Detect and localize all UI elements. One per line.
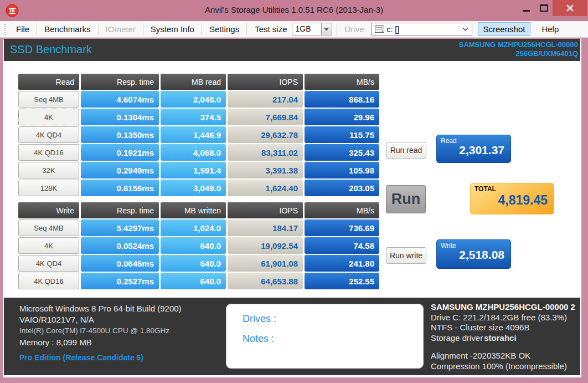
menu-benchmarks[interactable]: Benchmarks <box>38 23 96 36</box>
menu-file[interactable]: File <box>10 23 35 36</box>
mb-read-header-cell: MB read <box>161 74 226 90</box>
mb-written-header-cell: MB written <box>161 202 226 218</box>
mbs-value: 325.43 <box>305 144 379 161</box>
iops-header-cell: IOPS <box>228 202 303 218</box>
write-row-seq4mb: Seq 4MB 5.4297ms 1,024.0 184.17 736.69 <box>18 219 379 236</box>
mb-written-value: 640.0 <box>161 273 226 289</box>
mbs-value: 203.05 <box>305 180 379 196</box>
resp-time-value: 5.4297ms <box>81 219 159 236</box>
drive-compression: Compression 100% (Incompressible) <box>431 361 581 372</box>
read-row-32k: 32K 0.2949ms 1,591.4 3,391.38 105.98 <box>18 162 379 178</box>
read-row-128k: 128K 0.6156ms 3,049.0 1,624.40 203.05 <box>18 180 379 196</box>
resp-time-value: 0.0646ms <box>81 255 159 272</box>
machine-info: VAIO/R1021V7, N/A <box>19 315 94 324</box>
read-row-seq4mb: Seq 4MB 4.6074ms 2,048.0 217.04 868.16 <box>18 91 379 108</box>
os-info: Microsoft Windows 8 Pro 64-bit Build (92… <box>19 304 182 313</box>
resp-time-value: 0.0524ms <box>81 237 159 254</box>
total-score-label: TOTAL <box>474 185 496 193</box>
iops-value: 3,391.38 <box>228 162 303 178</box>
mb-read-value: 3,049.0 <box>161 180 226 196</box>
drive-value: c: [] <box>387 25 462 34</box>
resp-time-value: 0.1921ms <box>81 144 159 161</box>
drive-model: SAMSUNG MZHPU256HCGL-00000 2 <box>431 302 581 313</box>
menu-separator <box>337 23 337 35</box>
menu-iometer: IOmeter <box>100 23 142 36</box>
iops-value: 64,653.88 <box>228 273 303 289</box>
row-label-button[interactable]: 4K QD16 <box>18 273 79 289</box>
row-label-button[interactable]: 128K <box>18 180 79 196</box>
iops-value: 61,901.08 <box>228 255 303 272</box>
menu-separator <box>534 23 534 35</box>
menu-settings[interactable]: Settings <box>203 23 245 36</box>
mbs-value: 736.69 <box>305 219 379 236</box>
iops-value: 184.17 <box>228 219 303 236</box>
resp-time-value: 4.6074ms <box>81 91 159 108</box>
menu-separator <box>246 23 247 35</box>
device-info: SAMSUNG MZHPU256HCGL-00000 256GB/UXM6401… <box>459 40 578 58</box>
mbs-value: 115.75 <box>305 126 379 143</box>
row-label-button[interactable]: 32K <box>18 162 79 178</box>
write-score-value: 2,518.08 <box>459 248 504 262</box>
menu-help[interactable]: Help <box>535 23 565 36</box>
run-write-button[interactable]: Run write <box>386 247 426 264</box>
edition-info: Pro Edition (Release Candidate 6) <box>19 353 143 362</box>
device-capacity-firmware: 256GB/UXM6401Q <box>459 49 578 58</box>
menu-bar: File Benchmarks IOmeter System Info Sett… <box>0 21 588 38</box>
read-score-label: Read <box>441 137 457 145</box>
resp-time-value: 0.6156ms <box>81 180 159 196</box>
mb-written-value: 1,024.0 <box>161 219 226 236</box>
drive-filesystem: NTFS - Cluster size 4096B <box>431 323 581 333</box>
resp-time-header-cell: Resp. time <box>81 202 159 218</box>
mb-read-value: 1,591.4 <box>161 162 226 178</box>
maximize-icon <box>540 4 548 12</box>
test-size-value: 1GB <box>292 23 321 35</box>
write-score-box: Write 2,518.08 <box>436 239 511 269</box>
test-size-dropdown-button[interactable] <box>321 23 332 35</box>
mb-read-value: 1,446.9 <box>161 126 226 143</box>
iops-value: 29,632.78 <box>228 126 303 143</box>
cpu-info: Intel(R) Core(TM) i7-4500U CPU @ 1.80GHz <box>19 326 169 335</box>
row-label-button[interactable]: 4K <box>18 237 79 254</box>
maximize-button[interactable] <box>535 0 553 16</box>
resp-time-value: 0.1304ms <box>81 109 159 125</box>
app-window: Anvil's Storage Utilities 1.0.51 RC6 (20… <box>0 0 588 383</box>
notes-label: Notes : <box>243 333 274 345</box>
test-size-select[interactable]: 1GB <box>292 23 332 35</box>
drive-icon <box>375 25 384 33</box>
run-read-button[interactable]: Run read <box>386 142 426 159</box>
drive-select[interactable]: c: [] <box>371 23 472 35</box>
read-table-header: Read Resp. time MB read IOPS MB/s <box>18 74 379 90</box>
mb-read-value: 4,068.0 <box>161 144 226 161</box>
menu-separator <box>143 23 143 35</box>
mb-read-value: 2,048.0 <box>161 91 226 108</box>
mbs-value: 29.96 <box>305 109 379 125</box>
resp-time-value: 0.1350ms <box>81 126 159 143</box>
drive-driver: Storage driverstorahci <box>431 333 581 344</box>
resp-time-value: 0.2527ms <box>81 273 159 289</box>
row-label-button[interactable]: 4K <box>18 109 79 125</box>
menu-separator <box>37 23 37 35</box>
mbs-value: 252.55 <box>305 273 379 289</box>
notes-area[interactable]: Drives : Notes : <box>226 304 424 369</box>
row-label-button[interactable]: Seq 4MB <box>18 219 79 236</box>
row-label-button[interactable]: 4K QD4 <box>18 255 79 272</box>
write-row-4kqd4: 4K QD4 0.0646ms 640.0 61,901.08 241.80 <box>18 255 379 272</box>
run-button[interactable]: Run <box>386 185 426 213</box>
screenshot-button[interactable]: Screenshot <box>478 22 531 36</box>
row-label-button[interactable]: 4K QD4 <box>18 126 79 143</box>
row-label-button[interactable]: 4K QD16 <box>18 144 79 161</box>
chevron-down-icon <box>324 28 329 31</box>
mbs-value: 74.58 <box>305 237 379 254</box>
iops-header-cell: IOPS <box>228 74 303 90</box>
read-score-value: 2,301.37 <box>459 144 504 157</box>
write-header-cell: Write <box>18 202 79 218</box>
memory-info: Memory : 8,099 MB <box>19 338 92 347</box>
drive-label: Drive <box>338 24 369 34</box>
read-row-4k: 4K 0.1304ms 374.5 7,669.84 29.96 <box>18 109 379 125</box>
minimize-button[interactable] <box>517 0 535 16</box>
row-label-button[interactable]: Seq 4MB <box>18 91 79 108</box>
window-frame <box>581 38 588 383</box>
close-button[interactable] <box>553 0 587 16</box>
menu-system-info[interactable]: System Info <box>145 23 200 36</box>
mb-written-value: 640.0 <box>161 255 226 272</box>
